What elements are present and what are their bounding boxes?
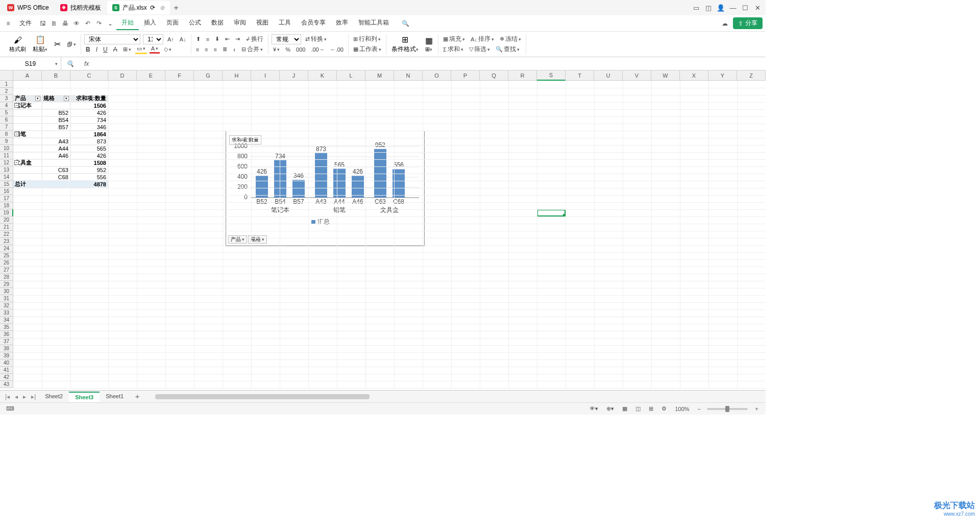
highlight-button[interactable]: ▭▾ [135,45,147,54]
row-header[interactable]: 17 [0,195,13,202]
cell[interactable]: B57 [42,124,70,131]
row-header[interactable]: 28 [0,274,13,281]
row-header[interactable]: 5 [0,109,13,116]
paste-button[interactable]: 📋粘贴▾ [31,35,50,54]
cell[interactable]: 1864 [70,131,108,138]
condfmt-button[interactable]: ⊞条件格式▾ [389,35,421,54]
sheet-tab[interactable]: Sheet2 [39,392,69,402]
column-header[interactable]: I [251,70,280,81]
view-normal-icon[interactable]: ▦ [620,404,629,413]
indent-left-button[interactable]: ⇤ [224,35,231,43]
cell[interactable]: 556 [70,174,108,181]
row-header[interactable]: 8 [0,131,13,138]
align-center-button[interactable]: ≡ [203,46,209,53]
sort-button[interactable]: A↓排序▾ [469,34,496,44]
collapse-toggle[interactable]: − [14,103,19,108]
clear-format-button[interactable]: ◇▾ [162,45,173,53]
align-middle-button[interactable]: ≡ [205,36,211,43]
cell[interactable] [13,124,42,131]
sheet-nav-prev[interactable]: ◂ [13,392,20,401]
cell[interactable] [13,152,42,159]
row-header[interactable]: 36 [0,331,13,338]
cell[interactable]: A43 [42,138,70,145]
row-header[interactable]: 37 [0,338,13,345]
row-header[interactable]: 32 [0,302,13,309]
menu-tab[interactable]: 视图 [251,16,274,30]
cell[interactable]: 346 [70,124,108,131]
cell[interactable]: A44 [42,145,70,152]
menu-tab[interactable]: 公式 [184,16,206,30]
row-header[interactable]: 31 [0,295,13,302]
cell[interactable]: 1508 [70,159,108,166]
rowcol-button[interactable]: ⊞行和列▾ [352,34,382,44]
redo-icon[interactable]: ↷ [94,18,104,29]
sum-button[interactable]: Σ求和▾ [442,44,465,54]
zoom-fx-icon[interactable]: 🔍 [61,60,79,67]
row-header[interactable]: 19 [0,209,13,216]
zoom-label[interactable]: 100% [673,405,691,413]
cell[interactable]: 734 [70,116,108,124]
column-header[interactable]: R [508,70,537,81]
cell[interactable] [42,131,70,138]
column-header[interactable]: B [42,70,70,81]
avatar-icon[interactable]: 👤 [715,2,727,14]
cell[interactable] [13,174,42,181]
indent-right-button[interactable]: ⇥ [234,35,241,43]
find-button[interactable]: 🔍查找▾ [494,44,521,54]
cell[interactable] [42,102,70,109]
cell[interactable]: A46 [42,152,70,159]
row-header[interactable]: 35 [0,324,13,331]
column-header[interactable]: D [108,70,137,81]
decrease-font-button[interactable]: A↓ [178,36,188,43]
search-icon[interactable]: 🔍 [400,18,410,29]
column-header[interactable]: A [13,70,42,81]
font-select[interactable]: 宋体 [84,34,140,44]
menu-tab[interactable]: 效率 [331,16,353,30]
column-header[interactable]: X [680,70,708,81]
keyboard-icon[interactable]: ⌨ [4,404,16,413]
row-header[interactable]: 11 [0,152,13,159]
row-header[interactable]: 23 [0,238,13,245]
border-button[interactable]: ⊞▾ [121,45,133,53]
row-header[interactable]: 20 [0,216,13,224]
column-header[interactable]: V [623,70,651,81]
row-header[interactable]: 29 [0,281,13,288]
cell[interactable] [13,109,42,116]
cloud-icon[interactable]: ☁ [720,18,730,29]
cell[interactable]: 952 [70,166,108,174]
zoom-slider[interactable] [707,408,748,410]
cube-icon[interactable]: ◫ [702,2,715,14]
column-header[interactable]: K [308,70,337,81]
column-header[interactable]: W [651,70,680,81]
row-header[interactable]: 43 [0,381,13,388]
app-tab[interactable]: ❖找稻壳模板 [55,1,106,14]
column-header[interactable]: Y [708,70,737,81]
cell[interactable]: 565 [70,145,108,152]
column-header[interactable]: U [594,70,623,81]
filter-button[interactable]: ▽筛选▾ [468,44,492,54]
close-button[interactable]: ✕ [751,2,764,14]
cell[interactable] [13,116,42,124]
saveas-icon[interactable]: 🗎 [49,18,59,29]
menu-icon[interactable]: ≡ [3,18,13,29]
menu-tab[interactable]: 智能工具箱 [353,16,394,30]
italic-button[interactable]: I [94,45,99,54]
horizontal-scrollbar[interactable] [155,394,763,399]
menu-tab[interactable]: 工具 [274,16,296,30]
row-header[interactable]: 4 [0,102,13,109]
menu-tab[interactable]: 页面 [161,16,184,30]
row-header[interactable]: 2 [0,88,13,95]
zoom-out-button[interactable]: − [696,405,703,413]
undo-icon[interactable]: ↶ [83,18,93,29]
maximize-button[interactable]: ☐ [739,2,751,14]
row-header[interactable]: 42 [0,374,13,381]
worksheet-button[interactable]: ▦工作表▾ [352,44,383,54]
minimize-button[interactable]: — [727,2,739,14]
name-box-input[interactable] [13,60,48,67]
view-page-icon[interactable]: ◫ [633,404,643,413]
dropdown-icon[interactable]: ⌄ [105,18,115,29]
strike-button[interactable]: A [112,45,119,54]
percent-button[interactable]: % [284,46,292,53]
cell[interactable] [13,166,42,174]
column-header[interactable]: L [337,70,365,81]
